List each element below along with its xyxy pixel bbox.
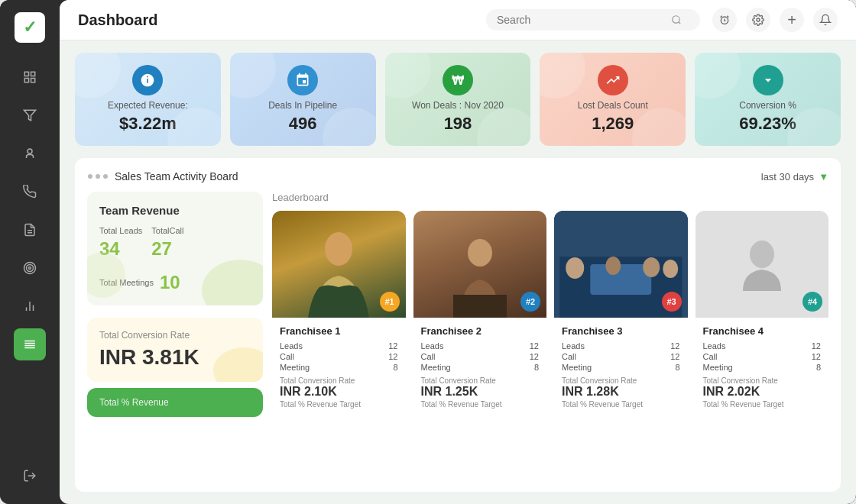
leads-value-3: 12	[670, 341, 679, 351]
call-label-1: Call	[280, 352, 294, 361]
franchisee-1-image: #1	[272, 211, 406, 318]
sidebar-item-settings[interactable]	[14, 328, 46, 360]
leads-value-4: 12	[812, 341, 821, 351]
franchisee-2-name: Franchisee 2	[421, 325, 540, 337]
franchisee-4-meeting-row: Meeting 8	[703, 363, 822, 372]
sidebar-item-logout[interactable]	[14, 460, 46, 492]
app-logo[interactable]: ✓	[15, 12, 45, 43]
franchisee-3-stats: Leads 12 Call 12 Meeting	[562, 341, 680, 372]
franchisee-4-stats: Leads 12 Call 12 Meeting	[703, 341, 822, 372]
rank-badge-2: #2	[520, 292, 540, 312]
franchisee-3-meeting-row: Meeting 8	[562, 363, 680, 372]
sidebar: ✓	[0, 0, 60, 504]
stat-card-won-deals: ₩ Won Deals : Nov 2020 198	[385, 53, 531, 146]
franchisee-4-leads-row: Leads 12	[703, 341, 822, 351]
franchisee-4-target-label: Total % Revenue Target	[703, 400, 822, 409]
meeting-value-2: 8	[534, 363, 539, 372]
total-call-label: TotalCall	[151, 226, 183, 235]
franchisee-2-meeting-row: Meeting 8	[421, 363, 540, 372]
franchisee-4-conv-value: INR 2.02K	[703, 385, 822, 399]
rank-badge-1: #1	[380, 292, 400, 312]
svg-rect-2	[24, 79, 28, 82]
expected-revenue-label: Expected Revenue:	[108, 100, 188, 111]
period-selector[interactable]: last 30 days ▼	[761, 171, 828, 183]
leads-value-2: 12	[530, 341, 539, 351]
leads-label-2: Leads	[421, 341, 444, 351]
sidebar-item-chart[interactable]	[14, 290, 46, 322]
leads-label-3: Leads	[562, 341, 585, 351]
svg-point-31	[566, 257, 584, 279]
franchisee-3-conversion: Total Conversion Rate INR 1.28K Total % …	[562, 376, 680, 409]
franchisee-1-conversion: Total Conversion Rate INR 2.10K Total % …	[280, 376, 398, 409]
search-input[interactable]	[497, 14, 665, 26]
meeting-label-3: Meeting	[562, 363, 592, 372]
franchisee-3-conv-label: Total Conversion Rate	[562, 376, 680, 385]
deals-pipeline-icon	[287, 65, 318, 95]
settings-icon-button[interactable]	[746, 8, 770, 32]
svg-point-32	[605, 257, 621, 275]
franchisee-2-conv-value: INR 1.25K	[421, 385, 540, 399]
franchisee-3-image: #3	[554, 211, 688, 318]
leader-card-2: #2 Franchisee 2 Leads 12	[413, 211, 547, 416]
franchisee-1-stats: Leads 12 Call 12 Meeting	[280, 341, 398, 372]
main-content: Dashboard +	[60, 0, 856, 504]
lost-deals-label: Lost Deals Count	[578, 100, 648, 111]
total-call-stat: TotalCall 27	[151, 226, 183, 260]
svg-point-25	[325, 232, 352, 266]
conversion-label: Conversion %	[739, 100, 796, 111]
franchisee-2-stats: Leads 12 Call 12 Meeting	[421, 341, 540, 372]
svg-rect-1	[31, 72, 35, 76]
total-revenue-card: Total % Revenue	[87, 388, 263, 417]
svg-line-20	[679, 22, 681, 24]
sidebar-item-notes[interactable]	[14, 214, 46, 246]
franchisee-3-call-row: Call 12	[562, 352, 680, 361]
sidebar-item-dashboard[interactable]	[14, 61, 46, 93]
search-bar[interactable]	[486, 9, 700, 31]
conversion-rate-card: Total Conversion Rate INR 3.81K	[87, 318, 263, 382]
franchisee-2-leads-row: Leads 12	[421, 341, 540, 351]
won-deals-value: 198	[444, 114, 472, 134]
period-label: last 30 days	[761, 171, 814, 183]
leaderboard-cards: #1 Franchisee 1 Leads 12	[272, 211, 828, 416]
stat-card-lost-deals: Lost Deals Count 1,269	[540, 53, 686, 146]
svg-point-10	[29, 267, 31, 270]
lost-deals-value: 1,269	[592, 114, 634, 134]
leader-card-1: #1 Franchisee 1 Leads 12	[272, 211, 406, 416]
activity-title-icon	[87, 173, 109, 179]
sidebar-item-phone[interactable]	[14, 176, 46, 208]
call-value-2: 12	[530, 352, 539, 361]
sidebar-item-target[interactable]	[14, 252, 46, 284]
sidebar-item-activity[interactable]	[14, 137, 46, 170]
svg-point-35	[750, 241, 774, 268]
add-icon-button[interactable]: +	[780, 8, 804, 32]
svg-point-26	[468, 239, 492, 267]
notification-icon-button[interactable]	[813, 8, 838, 32]
search-icon	[671, 15, 682, 25]
franchisee-1-conv-label: Total Conversion Rate	[280, 376, 398, 385]
svg-rect-30	[590, 264, 651, 295]
rank-badge-3: #3	[662, 292, 682, 312]
period-dropdown-icon: ▼	[819, 171, 828, 183]
alarm-icon-button[interactable]	[712, 8, 737, 32]
stats-row: Expected Revenue: $3.22m Deals In Pipeli…	[75, 53, 841, 146]
svg-point-34	[663, 260, 678, 278]
franchisee-1-call-row: Call 12	[280, 352, 398, 361]
call-label-4: Call	[703, 352, 718, 361]
franchisee-2-conv-label: Total Conversion Rate	[421, 376, 540, 385]
franchisee-4-conv-label: Total Conversion Rate	[703, 376, 822, 385]
svg-point-5	[28, 149, 32, 153]
board-content: Team Revenue Total Leads 34 TotalCall 27	[87, 192, 828, 480]
meeting-label-2: Meeting	[421, 363, 451, 372]
sidebar-item-leads[interactable]	[14, 99, 46, 131]
activity-board-title: Sales Team Activity Board	[115, 170, 238, 183]
franchisee-1-target-label: Total % Revenue Target	[280, 400, 398, 409]
app-container: ✓	[0, 0, 856, 504]
franchisee-3-conv-value: INR 1.28K	[562, 385, 680, 399]
svg-rect-0	[24, 72, 28, 76]
franchisee-4-name: Franchisee 4	[703, 325, 822, 337]
total-revenue-label: Total % Revenue	[99, 397, 251, 408]
franchisee-2-call-row: Call 12	[421, 352, 540, 361]
franchisee-1-meeting-row: Meeting 8	[280, 363, 398, 372]
stat-card-deals-pipeline: Deals In Pipeline 496	[230, 53, 376, 146]
leads-label-1: Leads	[280, 341, 303, 351]
